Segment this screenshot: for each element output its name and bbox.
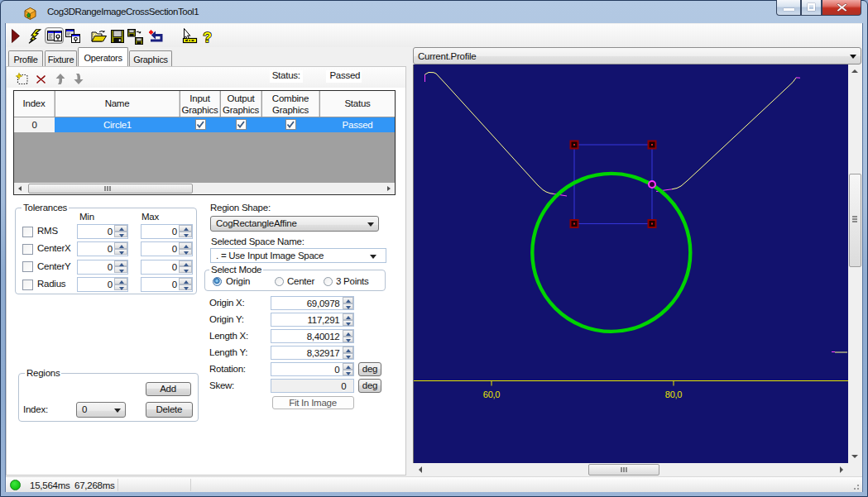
- svg-text:?: ?: [203, 30, 211, 45]
- svg-text:60,0: 60,0: [483, 389, 501, 399]
- svg-text:80,0: 80,0: [665, 389, 683, 399]
